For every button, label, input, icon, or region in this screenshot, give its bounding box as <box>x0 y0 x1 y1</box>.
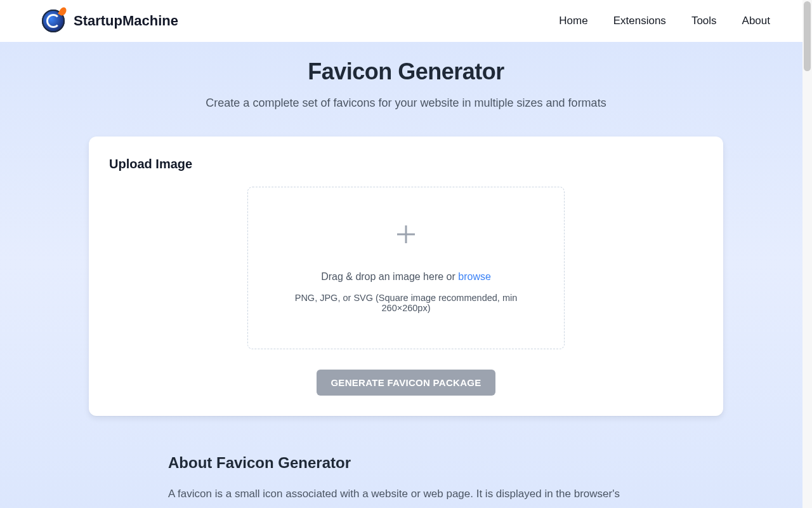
scrollbar-thumb[interactable] <box>804 1 811 71</box>
nav-about[interactable]: About <box>742 15 770 27</box>
about-body: A favicon is a small icon associated wit… <box>168 486 644 502</box>
scrollbar-track[interactable] <box>802 0 812 508</box>
brand-logo-icon <box>42 10 65 32</box>
upload-card: Upload Image Drag & drop an image here o… <box>89 137 723 416</box>
upload-dropzone[interactable]: Drag & drop an image here or browse PNG,… <box>247 187 565 349</box>
page-title: Favicon Generator <box>0 58 812 85</box>
about-section: About Favicon Generator A favicon is a s… <box>162 454 650 508</box>
upload-section-title: Upload Image <box>109 157 703 171</box>
drop-instruction: Drag & drop an image here or browse <box>273 271 539 283</box>
browse-link[interactable]: browse <box>458 271 491 282</box>
header: StartupMachine Home Extensions Tools Abo… <box>0 0 812 42</box>
hero: Favicon Generator Create a complete set … <box>0 42 812 125</box>
plus-icon <box>397 225 415 243</box>
brand-name: StartupMachine <box>74 13 178 29</box>
drop-hint: PNG, JPG, or SVG (Square image recommend… <box>273 293 539 313</box>
nav-extensions[interactable]: Extensions <box>613 15 666 27</box>
generate-row: GENERATE FAVICON PACKAGE <box>109 370 703 396</box>
page-subtitle: Create a complete set of favicons for yo… <box>0 97 812 110</box>
brand-link[interactable]: StartupMachine <box>42 10 178 32</box>
nav-home[interactable]: Home <box>559 15 587 27</box>
generate-favicon-button[interactable]: GENERATE FAVICON PACKAGE <box>317 370 495 396</box>
drop-text: Drag & drop an image here or <box>321 271 458 282</box>
primary-nav: Home Extensions Tools About <box>559 15 770 27</box>
about-title: About Favicon Generator <box>168 454 644 472</box>
nav-tools[interactable]: Tools <box>691 15 717 27</box>
